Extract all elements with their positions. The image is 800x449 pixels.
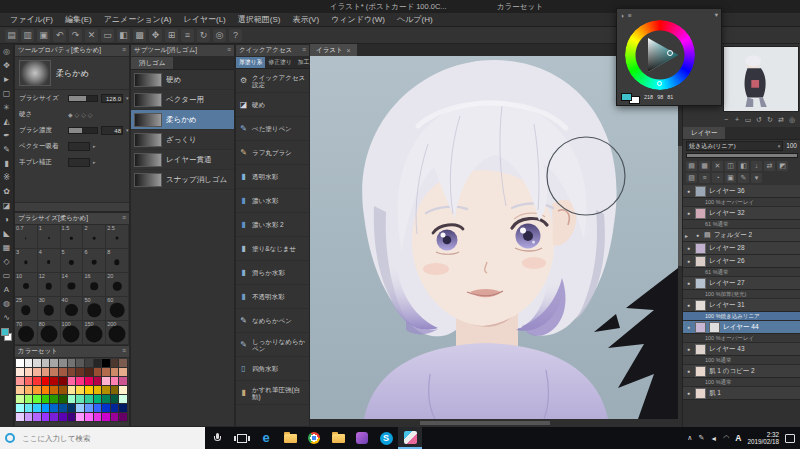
color-swatch[interactable] [33, 404, 42, 413]
layer-row[interactable]: ●レイヤー 31 [683, 299, 800, 312]
color-swatch[interactable] [33, 395, 42, 404]
color-swatch[interactable] [102, 359, 111, 368]
color-swatch[interactable] [85, 368, 94, 377]
brush-size-cell[interactable]: 3 [15, 249, 38, 273]
color-swatch[interactable] [50, 395, 59, 404]
rotate-view-icon[interactable]: ↻ [197, 29, 210, 42]
balloon-tool[interactable]: ◍ [1, 298, 13, 310]
color-wheel-tab-icon[interactable]: ◑ [620, 12, 624, 19]
color-swatch[interactable] [68, 377, 77, 386]
operation-tool[interactable]: ► [1, 74, 13, 86]
fill-tool[interactable]: ◣ [1, 228, 13, 240]
eye-icon[interactable]: ● [685, 210, 692, 216]
eye-icon[interactable]: ● [685, 324, 692, 330]
quick-access-item[interactable]: ✎しっかりなめらかペン [236, 333, 309, 357]
transfer-icon[interactable]: ⇄ [764, 161, 775, 171]
color-swatch[interactable] [102, 377, 111, 386]
color-swatch[interactable] [119, 368, 128, 377]
brush-size-cell[interactable]: 4 [38, 249, 61, 273]
color-swatch[interactable] [102, 404, 111, 413]
quick-access-tab[interactable]: 厚塗り系 [236, 57, 265, 68]
brush-size-cell[interactable]: 6 [83, 249, 106, 273]
color-swatch[interactable] [102, 413, 111, 422]
close-icon[interactable]: × [347, 47, 351, 54]
eye-icon[interactable]: ● [685, 258, 692, 264]
color-swatch[interactable] [59, 359, 68, 368]
quick-access-item[interactable]: ◪硬め [236, 93, 309, 117]
new-layer-icon[interactable]: ▤ [686, 161, 697, 171]
color-swatch[interactable] [94, 386, 103, 395]
param-slider[interactable] [68, 95, 98, 102]
subtool-group-tab[interactable]: 消しゴム [131, 57, 173, 69]
color-swatch[interactable] [94, 395, 103, 404]
color-swatch[interactable] [85, 413, 94, 422]
quick-access-item[interactable]: ✎ぺた塗りペン [236, 117, 309, 141]
color-swatch[interactable] [59, 377, 68, 386]
search-input[interactable] [20, 433, 184, 444]
eye-icon[interactable]: ● [685, 368, 692, 374]
color-swatch[interactable] [59, 368, 68, 377]
color-swatch[interactable] [25, 377, 34, 386]
zoom-tool[interactable]: ◎ [1, 46, 13, 58]
draft-layer-icon[interactable]: ✎ [738, 173, 749, 183]
pen-input-icon[interactable]: ✎ [698, 434, 704, 442]
eye-icon[interactable]: ● [685, 280, 692, 286]
param-value[interactable]: 48 [101, 126, 123, 135]
delete-icon[interactable]: ✕ [85, 29, 98, 42]
subtool-item[interactable]: ざっくり [131, 130, 234, 150]
hardness-selector[interactable]: ◆◇◇◇ [68, 111, 94, 118]
zoom-in-icon[interactable]: + [733, 116, 742, 123]
layer-row[interactable]: ●レイヤー 36 [683, 185, 800, 198]
subtool-item[interactable]: ベクター用 [131, 90, 234, 110]
color-swatch[interactable] [42, 368, 51, 377]
gradient-tool[interactable]: ▦ [1, 242, 13, 254]
blend-tool[interactable]: ◑ [1, 214, 13, 226]
quick-access-item[interactable]: ▯四角水彩 [236, 357, 309, 381]
panel-menu-icon[interactable]: ≡ [302, 45, 306, 56]
layer-row[interactable]: ●レイヤー 27 [683, 277, 800, 290]
color-swatch[interactable] [111, 377, 120, 386]
rotate-right-icon[interactable]: ↻ [766, 116, 775, 124]
sv-triangle[interactable] [634, 29, 686, 81]
blend-mode-select[interactable]: 焼き込み(リニア) ▾ [686, 141, 783, 151]
edge-icon[interactable]: e [254, 427, 278, 449]
brush-size-cell[interactable]: 70 [15, 321, 38, 345]
clip-studio-icon[interactable] [398, 427, 422, 449]
color-swatch[interactable] [111, 359, 120, 368]
color-swatch[interactable] [50, 377, 59, 386]
color-swatch[interactable] [25, 404, 34, 413]
open-file-icon[interactable]: ▥ [21, 29, 34, 42]
color-swatch[interactable] [25, 368, 34, 377]
rotate-left-icon[interactable]: ↺ [755, 116, 764, 124]
border-select-icon[interactable]: ▩ [133, 29, 146, 42]
color-swatch[interactable] [42, 386, 51, 395]
eye-icon[interactable]: ● [694, 232, 701, 238]
brush-size-cell[interactable]: 80 [38, 321, 61, 345]
snap-ruler-icon[interactable]: ≡ [181, 29, 194, 42]
ruler-icon[interactable]: ≡ [699, 173, 710, 183]
pencil-tool[interactable]: ✎ [1, 144, 13, 156]
param-slider[interactable] [68, 127, 98, 134]
color-swatch[interactable] [68, 404, 77, 413]
color-swatch[interactable] [42, 377, 51, 386]
document-tab[interactable]: イラスト × [310, 44, 357, 56]
ime-mode-indicator[interactable]: A [735, 433, 741, 443]
brush-tool[interactable]: ▮ [1, 158, 13, 170]
color-swatch[interactable] [102, 386, 111, 395]
invert-select-icon[interactable]: ◧ [117, 29, 130, 42]
canvas-horizontal-scrollbar[interactable] [310, 419, 682, 427]
taskbar-search[interactable] [0, 427, 205, 449]
color-swatch[interactable] [94, 377, 103, 386]
color-swatch[interactable] [50, 386, 59, 395]
cortana-icon[interactable] [5, 433, 15, 443]
color-swatch[interactable] [76, 368, 85, 377]
subtool-item[interactable]: レイヤー貫通 [131, 150, 234, 170]
quick-access-item[interactable]: ▮かすれ筆圧強(自動) [236, 381, 309, 405]
color-swatch[interactable] [85, 404, 94, 413]
color-swatch[interactable] [119, 359, 128, 368]
panel-menu-icon[interactable]: ▾ [715, 11, 718, 19]
navigator-preview[interactable] [723, 46, 799, 112]
menu-item[interactable]: ヘルプ(H) [391, 13, 439, 27]
color-swatch[interactable] [59, 395, 68, 404]
help-icon[interactable]: ? [229, 29, 242, 42]
